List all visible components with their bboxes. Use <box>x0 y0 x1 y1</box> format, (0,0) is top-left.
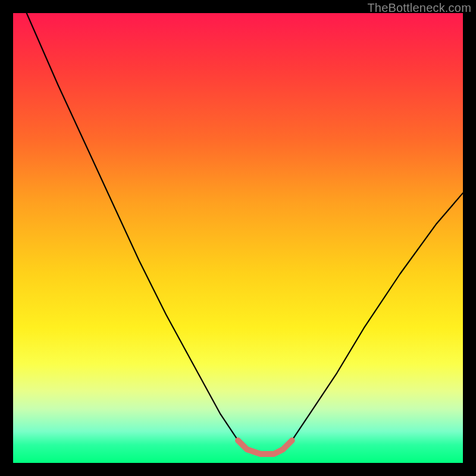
chart-svg <box>13 13 463 463</box>
chart-frame: TheBottleneck.com <box>0 0 476 476</box>
bottleneck-curve <box>27 13 463 454</box>
plot-area <box>13 13 463 463</box>
optimal-range-highlight <box>238 440 292 454</box>
watermark-text: TheBottleneck.com <box>367 1 471 15</box>
